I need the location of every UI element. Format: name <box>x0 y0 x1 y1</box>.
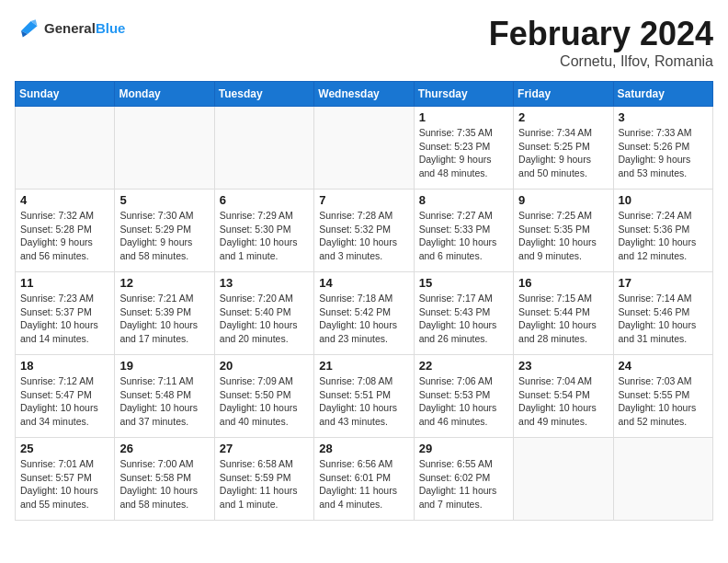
day-number: 28 <box>319 442 408 455</box>
calendar-cell: 13Sunrise: 7:20 AM Sunset: 5:40 PM Dayli… <box>214 272 313 355</box>
logo: GeneralBlue <box>15 15 125 40</box>
calendar-cell: 6Sunrise: 7:29 AM Sunset: 5:30 PM Daylig… <box>214 190 313 272</box>
day-info: Sunrise: 7:27 AM Sunset: 5:33 PM Dayligh… <box>419 209 508 263</box>
calendar-cell: 22Sunrise: 7:06 AM Sunset: 5:53 PM Dayli… <box>414 355 513 438</box>
day-info: Sunrise: 7:09 AM Sunset: 5:50 PM Dayligh… <box>220 374 309 429</box>
calendar-cell: 29Sunrise: 6:55 AM Sunset: 6:02 PM Dayli… <box>414 438 513 521</box>
day-info: Sunrise: 7:30 AM Sunset: 5:29 PM Dayligh… <box>119 209 209 263</box>
day-info: Sunrise: 7:15 AM Sunset: 5:44 PM Dayligh… <box>518 292 608 346</box>
calendar-cell: 5Sunrise: 7:30 AM Sunset: 5:29 PM Daylig… <box>115 190 214 272</box>
weekday-header-cell: Saturday <box>613 82 712 107</box>
calendar-cell: 23Sunrise: 7:04 AM Sunset: 5:54 PM Dayli… <box>514 355 613 438</box>
calendar-cell <box>613 438 712 521</box>
calendar-cell: 10Sunrise: 7:24 AM Sunset: 5:36 PM Dayli… <box>613 190 712 272</box>
day-number: 16 <box>518 276 608 290</box>
day-info: Sunrise: 7:24 AM Sunset: 5:36 PM Dayligh… <box>619 209 708 263</box>
calendar-cell: 19Sunrise: 7:11 AM Sunset: 5:48 PM Dayli… <box>115 355 214 438</box>
calendar-cell: 28Sunrise: 6:56 AM Sunset: 6:01 PM Dayli… <box>314 438 414 521</box>
location-title: Cornetu, Ilfov, Romania <box>489 53 713 70</box>
day-number: 13 <box>220 276 309 290</box>
day-number: 2 <box>518 110 608 124</box>
day-info: Sunrise: 7:35 AM Sunset: 5:23 PM Dayligh… <box>419 126 508 180</box>
day-number: 20 <box>220 359 309 373</box>
day-number: 25 <box>20 442 109 455</box>
day-number: 27 <box>220 442 309 455</box>
day-info: Sunrise: 7:12 AM Sunset: 5:47 PM Dayligh… <box>20 374 109 429</box>
day-number: 8 <box>419 193 508 207</box>
month-title: February 2024 <box>489 15 713 53</box>
calendar-body: 1Sunrise: 7:35 AM Sunset: 5:23 PM Daylig… <box>16 107 713 521</box>
calendar-table: SundayMondayTuesdayWednesdayThursdayFrid… <box>15 81 713 521</box>
day-number: 14 <box>319 276 408 290</box>
day-number: 10 <box>619 193 708 207</box>
day-info: Sunrise: 6:55 AM Sunset: 6:02 PM Dayligh… <box>419 457 508 511</box>
day-number: 11 <box>20 276 109 290</box>
day-info: Sunrise: 7:18 AM Sunset: 5:42 PM Dayligh… <box>319 292 408 346</box>
weekday-header-cell: Thursday <box>414 82 513 107</box>
day-number: 4 <box>20 193 109 207</box>
calendar-week-row: 11Sunrise: 7:23 AM Sunset: 5:37 PM Dayli… <box>16 272 713 355</box>
weekday-header-cell: Friday <box>514 82 613 107</box>
calendar-cell: 1Sunrise: 7:35 AM Sunset: 5:23 PM Daylig… <box>414 107 513 190</box>
day-number: 22 <box>419 359 508 373</box>
logo-icon <box>15 15 40 40</box>
day-info: Sunrise: 6:58 AM Sunset: 5:59 PM Dayligh… <box>220 457 309 511</box>
day-info: Sunrise: 7:33 AM Sunset: 5:26 PM Dayligh… <box>619 126 708 180</box>
weekday-header-cell: Wednesday <box>314 82 414 107</box>
day-info: Sunrise: 7:28 AM Sunset: 5:32 PM Dayligh… <box>319 209 408 263</box>
calendar-cell <box>115 107 214 190</box>
day-info: Sunrise: 7:29 AM Sunset: 5:30 PM Dayligh… <box>220 209 309 263</box>
day-number: 3 <box>619 110 708 124</box>
calendar-cell: 14Sunrise: 7:18 AM Sunset: 5:42 PM Dayli… <box>314 272 414 355</box>
calendar-cell: 4Sunrise: 7:32 AM Sunset: 5:28 PM Daylig… <box>16 190 115 272</box>
day-info: Sunrise: 7:04 AM Sunset: 5:54 PM Dayligh… <box>518 374 608 429</box>
day-number: 24 <box>619 359 708 373</box>
day-number: 5 <box>119 193 209 207</box>
calendar-cell: 11Sunrise: 7:23 AM Sunset: 5:37 PM Dayli… <box>16 272 115 355</box>
day-info: Sunrise: 7:21 AM Sunset: 5:39 PM Dayligh… <box>119 292 209 346</box>
day-number: 1 <box>419 110 508 124</box>
day-number: 9 <box>518 193 608 207</box>
calendar-cell <box>514 438 613 521</box>
day-info: Sunrise: 7:00 AM Sunset: 5:58 PM Dayligh… <box>119 457 209 511</box>
day-info: Sunrise: 6:56 AM Sunset: 6:01 PM Dayligh… <box>319 457 408 511</box>
calendar-cell: 18Sunrise: 7:12 AM Sunset: 5:47 PM Dayli… <box>16 355 115 438</box>
calendar-week-row: 25Sunrise: 7:01 AM Sunset: 5:57 PM Dayli… <box>16 438 713 521</box>
calendar-cell: 2Sunrise: 7:34 AM Sunset: 5:25 PM Daylig… <box>514 107 613 190</box>
day-info: Sunrise: 7:25 AM Sunset: 5:35 PM Dayligh… <box>518 209 608 263</box>
day-number: 21 <box>319 359 408 373</box>
day-number: 23 <box>518 359 608 373</box>
calendar-cell: 16Sunrise: 7:15 AM Sunset: 5:44 PM Dayli… <box>514 272 613 355</box>
calendar-week-row: 1Sunrise: 7:35 AM Sunset: 5:23 PM Daylig… <box>16 107 713 190</box>
calendar-week-row: 18Sunrise: 7:12 AM Sunset: 5:47 PM Dayli… <box>16 355 713 438</box>
day-info: Sunrise: 7:06 AM Sunset: 5:53 PM Dayligh… <box>419 374 508 429</box>
day-info: Sunrise: 7:03 AM Sunset: 5:55 PM Dayligh… <box>619 374 708 429</box>
day-info: Sunrise: 7:32 AM Sunset: 5:28 PM Dayligh… <box>20 209 109 263</box>
calendar-cell: 21Sunrise: 7:08 AM Sunset: 5:51 PM Dayli… <box>314 355 414 438</box>
calendar-week-row: 4Sunrise: 7:32 AM Sunset: 5:28 PM Daylig… <box>16 190 713 272</box>
calendar-cell: 3Sunrise: 7:33 AM Sunset: 5:26 PM Daylig… <box>613 107 712 190</box>
calendar-cell: 15Sunrise: 7:17 AM Sunset: 5:43 PM Dayli… <box>414 272 513 355</box>
calendar-cell: 26Sunrise: 7:00 AM Sunset: 5:58 PM Dayli… <box>115 438 214 521</box>
day-number: 7 <box>319 193 408 207</box>
logo-text: GeneralBlue <box>44 20 125 36</box>
calendar-cell: 25Sunrise: 7:01 AM Sunset: 5:57 PM Dayli… <box>16 438 115 521</box>
calendar-cell: 20Sunrise: 7:09 AM Sunset: 5:50 PM Dayli… <box>214 355 313 438</box>
day-info: Sunrise: 7:23 AM Sunset: 5:37 PM Dayligh… <box>20 292 109 346</box>
page-header: GeneralBlue February 2024 Cornetu, Ilfov… <box>15 15 713 70</box>
day-number: 29 <box>419 442 508 455</box>
day-number: 6 <box>220 193 309 207</box>
calendar-cell <box>214 107 313 190</box>
day-info: Sunrise: 7:34 AM Sunset: 5:25 PM Dayligh… <box>518 126 608 180</box>
title-area: February 2024 Cornetu, Ilfov, Romania <box>489 15 713 70</box>
calendar-cell: 8Sunrise: 7:27 AM Sunset: 5:33 PM Daylig… <box>414 190 513 272</box>
weekday-header-cell: Tuesday <box>214 82 313 107</box>
calendar-cell: 27Sunrise: 6:58 AM Sunset: 5:59 PM Dayli… <box>214 438 313 521</box>
calendar-cell: 17Sunrise: 7:14 AM Sunset: 5:46 PM Dayli… <box>613 272 712 355</box>
day-info: Sunrise: 7:11 AM Sunset: 5:48 PM Dayligh… <box>119 374 209 429</box>
weekday-header-cell: Sunday <box>16 82 115 107</box>
calendar-cell <box>16 107 115 190</box>
weekday-header-row: SundayMondayTuesdayWednesdayThursdayFrid… <box>16 82 713 107</box>
day-number: 15 <box>419 276 508 290</box>
calendar-cell: 9Sunrise: 7:25 AM Sunset: 5:35 PM Daylig… <box>514 190 613 272</box>
